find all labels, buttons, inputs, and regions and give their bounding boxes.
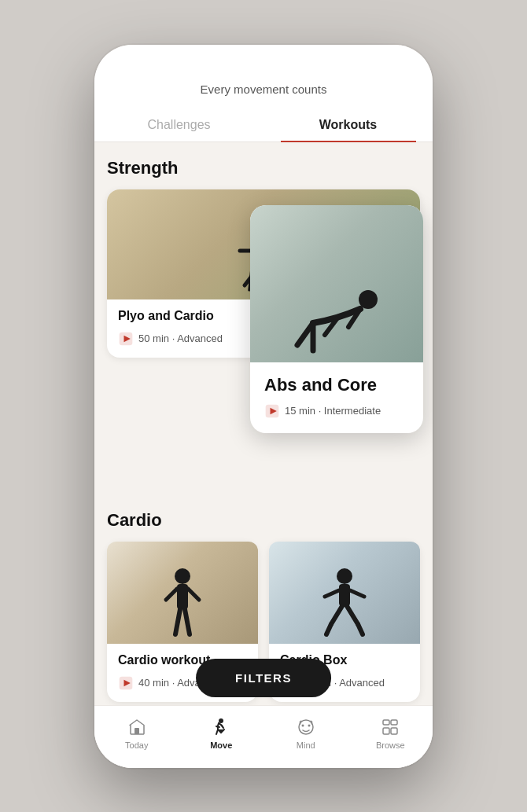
header-subtitle: Every movement counts [94, 83, 433, 96]
svg-point-34 [219, 718, 223, 723]
nav-move-label: Move [210, 740, 232, 750]
svg-line-17 [166, 589, 177, 600]
svg-line-28 [347, 606, 358, 624]
card-abs-meta: 15 min · Intermediate [264, 403, 409, 419]
card-cardio1-image [107, 542, 258, 644]
svg-rect-38 [383, 720, 389, 725]
home-icon [127, 717, 147, 737]
cardio-title: Cardio [107, 510, 420, 531]
svg-rect-41 [391, 728, 397, 734]
tab-workouts[interactable]: Workouts [264, 108, 433, 141]
browse-icon [380, 717, 400, 737]
svg-point-36 [301, 725, 304, 727]
svg-line-20 [185, 609, 190, 634]
svg-point-37 [308, 725, 310, 727]
svg-line-27 [331, 606, 342, 624]
nav-move[interactable]: Move [179, 717, 264, 750]
nav-mind-label: Mind [297, 740, 315, 750]
card-abs-body: Abs and Core 15 min · Intermediate [250, 362, 423, 433]
svg-line-19 [175, 609, 180, 634]
person-cardio1-silhouette [155, 565, 210, 644]
card-cardio2-image [269, 542, 420, 644]
nav-mind[interactable]: Mind [264, 717, 348, 750]
svg-rect-24 [339, 584, 350, 606]
person-cardio2-silhouette [317, 565, 372, 644]
card-abs-image [250, 205, 423, 362]
svg-line-29 [326, 624, 331, 634]
svg-line-25 [325, 590, 339, 597]
strength-section: Strength [107, 158, 420, 488]
move-icon [211, 717, 231, 737]
svg-rect-33 [135, 728, 139, 734]
svg-line-26 [350, 590, 364, 597]
nav-today[interactable]: Today [94, 717, 179, 750]
svg-line-18 [188, 589, 199, 600]
filters-button[interactable]: FILTERS [196, 659, 331, 697]
play-icon [118, 331, 134, 347]
svg-point-35 [299, 720, 313, 734]
phone-shell: Every movement counts Challenges Workout… [94, 45, 433, 768]
mind-icon [296, 717, 316, 737]
nav-today-label: Today [125, 740, 148, 750]
svg-rect-39 [391, 720, 397, 725]
play-icon-abs [264, 403, 280, 419]
svg-line-30 [358, 624, 363, 634]
person-core-silhouette [274, 276, 400, 362]
svg-rect-40 [383, 728, 389, 734]
tabs: Challenges Workouts [94, 108, 433, 142]
tab-challenges[interactable]: Challenges [94, 108, 264, 141]
card-abs-title: Abs and Core [264, 375, 409, 395]
card-abs-core[interactable]: Abs and Core 15 min · Intermediate [250, 205, 423, 433]
filters-bar: FILTERS [196, 659, 331, 697]
strength-title: Strength [107, 158, 420, 178]
strength-cards-row: Plyo and Cardio 50 min · Advanced [107, 189, 420, 488]
header: Every movement counts Challenges Workout… [94, 45, 433, 142]
svg-point-15 [175, 568, 190, 584]
svg-point-23 [337, 568, 352, 584]
nav-browse[interactable]: Browse [348, 717, 433, 750]
nav-browse-label: Browse [376, 740, 405, 750]
play-icon-cardio1 [118, 675, 134, 691]
bottom-nav: Today Move [94, 705, 433, 768]
